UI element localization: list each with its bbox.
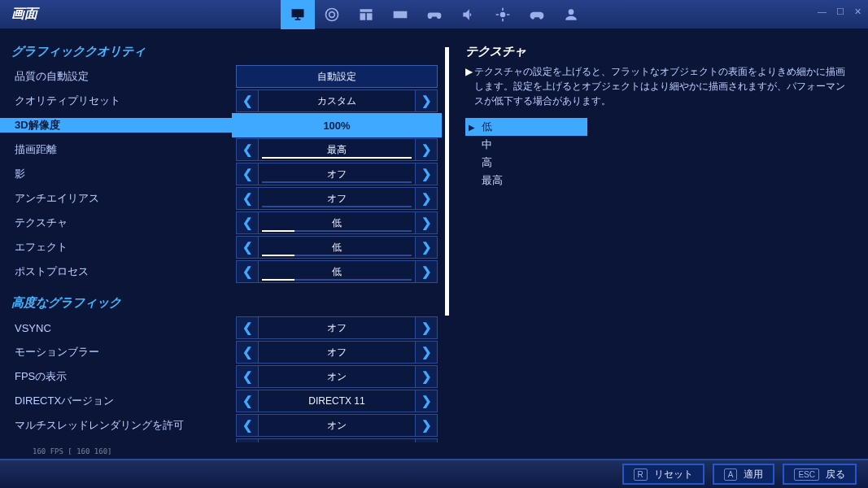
arrow-right-icon[interactable]: ❯ <box>415 438 438 442</box>
detail-option[interactable]: 中 <box>465 136 852 154</box>
setting-value: 低 <box>259 236 415 259</box>
tab-display[interactable] <box>281 0 315 29</box>
arrow-left-icon[interactable]: ❮ <box>236 187 259 210</box>
apply-button[interactable]: A適用 <box>713 464 775 485</box>
setting-row: VSYNC❮オフ❯ <box>0 316 444 340</box>
tab-game[interactable] <box>315 0 349 29</box>
back-button[interactable]: ESC戻る <box>783 464 857 485</box>
setting-row: FPSの表示❮オン❯ <box>0 364 444 389</box>
detail-text: ▶テクスチャの設定を上げると、フラットなオブジェクトの表面をよりきめ細かに描画し… <box>465 64 852 108</box>
arrow-right-icon[interactable]: ❯ <box>415 365 438 388</box>
setting-row: アンチエイリアス❮オフ❯ <box>0 186 444 211</box>
detail-option[interactable]: 最高 <box>465 172 852 190</box>
tab-ui[interactable] <box>349 0 383 29</box>
setting-row: 品質の自動設定自動設定 <box>0 64 444 89</box>
setting-label: ポストプロセス <box>0 264 232 279</box>
detail-options: ▶低中高最高 <box>465 118 852 190</box>
setting-label: DIRECTXバージョン <box>0 394 232 408</box>
tab-account[interactable] <box>554 0 588 29</box>
setting-value: オン <box>259 414 415 437</box>
setting-row: テクスチャ❮低❯ <box>0 211 444 235</box>
arrow-left-icon[interactable]: ❮ <box>236 211 259 234</box>
setting-row: エフェクト❮低❯ <box>0 235 444 259</box>
maximize-icon[interactable]: ☐ <box>836 7 844 17</box>
arrow-right-icon[interactable]: ❯ <box>415 341 438 364</box>
setting-value: カスタム <box>259 89 415 112</box>
setting-row: モーションブラー❮オフ❯ <box>0 340 444 364</box>
arrow-left-icon[interactable]: ❮ <box>236 341 259 364</box>
detail-panel: テクスチャ ▶テクスチャの設定を上げると、フラットなオブジェクトの表面をよりきめ… <box>449 29 868 459</box>
tab-strip <box>281 0 588 29</box>
arrow-right-icon[interactable]: ❯ <box>415 163 438 185</box>
arrow-left-icon[interactable]: ❮ <box>236 260 259 283</box>
arrow-right-icon[interactable]: ❯ <box>415 138 438 161</box>
tab-audio[interactable] <box>451 0 486 29</box>
arrow-left-icon[interactable]: ❮ <box>236 163 259 185</box>
arrow-right-icon[interactable]: ❯ <box>415 89 438 112</box>
arrow-left-icon[interactable]: ❮ <box>236 89 259 112</box>
setting-row: DIRECTXバージョン❮DIRECTX 11❯ <box>0 389 444 413</box>
arrow-right-icon[interactable]: ❯ <box>415 390 438 412</box>
setting-row: GPUクラッシュデバッグの使用❮オフ❯ <box>0 438 444 442</box>
setting-value: DIRECTX 11 <box>259 390 415 412</box>
setting-label: 3D解像度 <box>0 118 232 133</box>
setting-row: 3D解像度100% <box>0 113 444 137</box>
page-title: 画面 <box>0 6 49 23</box>
setting-label: アンチエイリアス <box>0 191 232 206</box>
detail-option[interactable]: ▶低 <box>465 118 587 136</box>
arrow-right-icon[interactable]: ❯ <box>415 260 438 283</box>
close-icon[interactable]: ✕ <box>854 7 861 17</box>
arrow-right-icon[interactable]: ❯ <box>415 414 438 437</box>
detail-option[interactable]: 高 <box>465 154 852 172</box>
key-badge: R <box>634 468 648 481</box>
setting-value: 低 <box>259 211 415 234</box>
main-content: グラフィッククオリティ品質の自動設定自動設定クオリティプリセット❮カスタム❯3D… <box>0 29 868 459</box>
arrow-right-icon[interactable]: ❯ <box>415 211 438 234</box>
setting-row: 影❮オフ❯ <box>0 162 444 186</box>
arrow-left-icon[interactable]: ❮ <box>236 414 259 437</box>
tab-accessibility[interactable] <box>486 0 520 29</box>
arrow-left-icon[interactable]: ❮ <box>236 365 259 388</box>
setting-row: クオリティプリセット❮カスタム❯ <box>0 89 444 113</box>
arrow-left-icon[interactable]: ❮ <box>236 438 259 442</box>
tab-keyboard[interactable] <box>383 0 417 29</box>
arrow-right-icon[interactable]: ❯ <box>415 236 438 259</box>
setting-label: テクスチャ <box>0 216 232 230</box>
setting-value: 低 <box>259 260 415 283</box>
auto-set-button[interactable]: 自動設定 <box>236 65 438 88</box>
reset-button[interactable]: Rリセット <box>622 464 704 485</box>
setting-value: 最高 <box>259 138 415 161</box>
tab-controller[interactable] <box>520 0 554 29</box>
top-bar: 画面 — ☐ ✕ <box>0 0 868 29</box>
minimize-icon[interactable]: — <box>818 7 827 17</box>
arrow-left-icon[interactable]: ❮ <box>236 316 259 339</box>
setting-label: マルチスレッドレンダリングを許可 <box>0 418 232 433</box>
setting-value: オフ <box>259 341 415 364</box>
arrow-right-icon[interactable]: ❯ <box>415 316 438 339</box>
arrow-left-icon[interactable]: ❮ <box>236 390 259 412</box>
triangle-icon: ▶ <box>469 123 478 132</box>
detail-title: テクスチャ <box>465 44 852 59</box>
tab-controller-config[interactable] <box>417 0 451 29</box>
section-header: グラフィッククオリティ <box>0 29 444 64</box>
setting-row: マルチスレッドレンダリングを許可❮オン❯ <box>0 413 444 438</box>
fps-overlay: 160 FPS [ 160 160] <box>33 447 112 455</box>
arrow-left-icon[interactable]: ❮ <box>236 236 259 259</box>
setting-row: 描画距離❮最高❯ <box>0 137 444 162</box>
footer-bar: Rリセット A適用 ESC戻る <box>0 459 868 488</box>
setting-value[interactable]: 100% <box>232 120 442 132</box>
arrow-right-icon[interactable]: ❯ <box>415 187 438 210</box>
setting-value: オフ <box>259 187 415 210</box>
setting-label: エフェクト <box>0 240 232 255</box>
setting-label: 描画距離 <box>0 142 232 157</box>
setting-label: クオリティプリセット <box>0 94 232 108</box>
setting-value: オフ <box>259 163 415 185</box>
key-badge: A <box>724 468 738 481</box>
setting-row: ポストプロセス❮低❯ <box>0 259 444 284</box>
setting-label: モーションブラー <box>0 345 232 359</box>
key-badge: ESC <box>794 468 819 481</box>
setting-label: 影 <box>0 167 232 181</box>
setting-label: FPSの表示 <box>0 369 232 384</box>
setting-value: オフ <box>259 316 415 339</box>
arrow-left-icon[interactable]: ❮ <box>236 138 259 161</box>
